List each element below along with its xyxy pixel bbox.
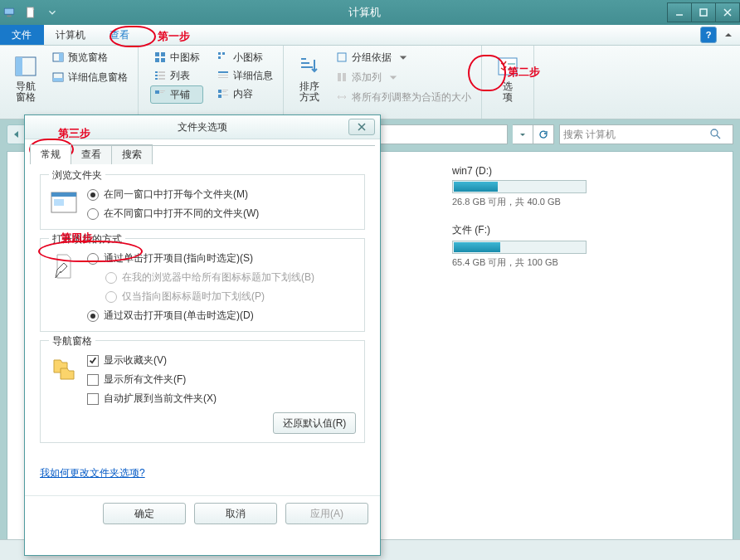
svg-point-46 [711, 129, 718, 136]
svg-rect-23 [158, 78, 165, 80]
svg-rect-35 [301, 58, 306, 60]
fit-columns-icon [335, 90, 348, 104]
svg-rect-40 [343, 73, 346, 81]
details-pane-icon [51, 71, 65, 84]
details-pane-button[interactable]: 详细信息窗格 [48, 69, 131, 85]
new-doc-icon [22, 7, 40, 18]
view-list[interactable]: 列表 [150, 67, 203, 84]
svg-rect-31 [222, 90, 228, 90]
search-icon [709, 128, 721, 142]
svg-rect-27 [155, 90, 159, 94]
check-show-all-folders[interactable]: 显示所有文件夹(F) [87, 373, 217, 387]
svg-rect-30 [218, 90, 222, 93]
dialog-close-button[interactable] [348, 119, 375, 135]
radio-single-click[interactable]: 通过单击打开项目(指向时选定)(S) [87, 251, 314, 265]
drive-name: win7 (D:) [452, 165, 701, 177]
svg-rect-28 [160, 90, 165, 91]
svg-rect-25 [218, 75, 228, 75]
menu-view[interactable]: 查看 [98, 25, 142, 45]
dialog-title: 文件夹选项 [178, 120, 227, 134]
svg-rect-24 [218, 71, 228, 73]
view-tiles[interactable]: 平铺 [150, 85, 203, 104]
menubar: 文件 计算机 查看 ? [0, 25, 740, 46]
group-by-button[interactable]: 分组依据 [332, 49, 475, 66]
svg-rect-49 [54, 199, 64, 206]
minimize-button[interactable] [667, 2, 692, 22]
window-titlebar: 计算机 [0, 0, 740, 25]
nav-pane-icon [12, 53, 39, 80]
help-link[interactable]: 我如何更改文件夹选项? [40, 466, 145, 480]
svg-rect-33 [218, 95, 222, 98]
search-input[interactable]: 搜索 计算机 [559, 124, 733, 144]
view-medium-icons[interactable]: 中图标 [150, 49, 203, 66]
ok-button[interactable]: 确定 [103, 503, 186, 524]
menu-computer[interactable]: 计算机 [44, 25, 98, 45]
open-items-group: 打开项目的方式 通过单击打开项目(指向时选定)(S) 在我的浏览器中给所有图标标… [40, 238, 365, 332]
browse-folders-group: 浏览文件夹 在同一窗口中打开每个文件夹(M) 在不同窗口中打开不同的文件夹(W) [40, 174, 365, 230]
add-columns-icon [335, 71, 348, 84]
check-show-favorites[interactable]: 显示收藏夹(V) [87, 353, 217, 368]
svg-rect-2 [7, 16, 11, 17]
menu-file[interactable]: 文件 [0, 25, 44, 45]
address-dropdown-button[interactable] [513, 124, 533, 144]
nav-pane-folders-icon [49, 353, 79, 383]
svg-rect-6 [16, 57, 22, 75]
svg-rect-1 [5, 9, 14, 14]
dropdown-icon[interactable] [46, 7, 58, 18]
svg-rect-13 [155, 58, 159, 62]
close-button[interactable] [715, 2, 740, 22]
radio-underline-point: 仅当指向图标标题时加下划线(P) [105, 290, 314, 304]
check-auto-expand[interactable]: 自动扩展到当前文件夹(X) [87, 392, 217, 406]
svg-rect-19 [158, 71, 165, 73]
svg-rect-21 [158, 75, 165, 76]
svg-rect-12 [161, 52, 165, 56]
svg-rect-34 [222, 95, 228, 95]
svg-rect-38 [338, 53, 346, 61]
apply-button[interactable]: 应用(A) [285, 503, 368, 524]
svg-rect-26 [218, 77, 228, 78]
view-small-icons[interactable]: 小图标 [213, 49, 276, 66]
usage-bar [452, 180, 587, 193]
maximize-button[interactable] [691, 2, 716, 22]
collapse-ribbon-icon[interactable] [723, 30, 733, 40]
detail-view-icon [217, 69, 230, 82]
view-content[interactable]: 内容 [213, 85, 276, 102]
svg-rect-42 [508, 63, 515, 65]
fit-columns-button[interactable]: 将所有列调整为合适的大小 [332, 89, 475, 105]
options-icon [494, 53, 521, 80]
radio-diff-window[interactable]: 在不同窗口中打开不同的文件夹(W) [87, 207, 259, 221]
tab-search[interactable]: 搜索 [111, 144, 153, 164]
drive-item[interactable]: 文件 (F:)65.4 GB 可用，共 100 GB [452, 223, 701, 269]
restore-defaults-button[interactable]: 还原默认值(R) [273, 412, 356, 434]
radio-same-window[interactable]: 在同一窗口中打开每个文件夹(M) [87, 187, 259, 202]
add-columns-button[interactable]: 添加列 [332, 69, 475, 85]
svg-rect-22 [155, 78, 158, 80]
window-title: 计算机 [61, 5, 668, 20]
tab-general[interactable]: 常规 [30, 144, 71, 164]
svg-rect-37 [301, 66, 313, 68]
svg-rect-43 [508, 68, 515, 70]
svg-rect-20 [155, 75, 158, 76]
nav-pane-button[interactable]: 导航 窗格 [7, 49, 45, 107]
content-icon [217, 87, 230, 100]
svg-rect-4 [700, 9, 707, 16]
drive-item[interactable]: win7 (D:)26.8 GB 可用，共 40.0 GB [452, 165, 701, 208]
view-details[interactable]: 详细信息 [213, 67, 276, 84]
refresh-button[interactable] [533, 124, 554, 144]
tab-view[interactable]: 查看 [71, 144, 112, 164]
dialog-titlebar[interactable]: 文件夹选项 [25, 115, 380, 139]
svg-rect-39 [338, 73, 341, 81]
cancel-button[interactable]: 取消 [194, 503, 277, 524]
computer-icon [3, 7, 15, 18]
svg-rect-17 [218, 56, 221, 59]
nav-pane-group: 导航窗格 显示收藏夹(V) 显示所有文件夹(F) 自动扩展到当前文件夹(X) 还… [40, 340, 365, 443]
preview-pane-button[interactable]: 预览窗格 [48, 49, 131, 66]
tiles-icon [153, 88, 167, 101]
options-button[interactable]: 选 项 [489, 49, 527, 107]
radio-double-click[interactable]: 通过双击打开项目(单击时选定)(D) [87, 309, 314, 323]
group-by-icon [335, 51, 348, 64]
sort-button[interactable]: 排序 方式 [290, 49, 329, 107]
svg-rect-18 [155, 71, 158, 73]
help-button[interactable]: ? [700, 27, 717, 43]
medium-icons-icon [153, 51, 167, 64]
